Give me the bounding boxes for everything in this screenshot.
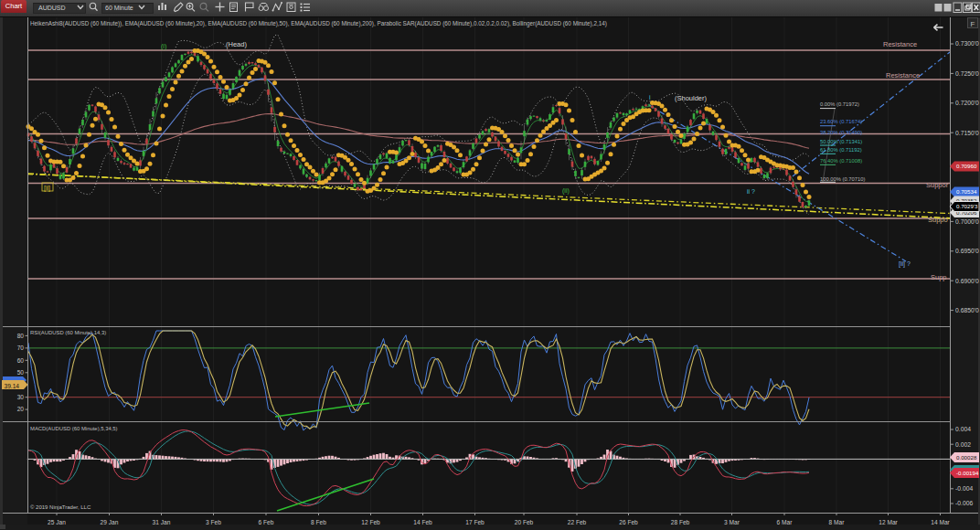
svg-text:© 2019 NinjaTrader, LLC: © 2019 NinjaTrader, LLC xyxy=(30,504,91,510)
svg-text:HeikenAshi8(AUDUSD (60 Minute): HeikenAshi8(AUDUSD (60 Minute)), EMA(AUD… xyxy=(30,20,607,27)
svg-text:ii ?: ii ? xyxy=(747,188,755,195)
svg-text:0.00028: 0.00028 xyxy=(956,454,977,461)
svg-text:12 Feb: 12 Feb xyxy=(361,519,380,525)
svg-text:30: 30 xyxy=(17,394,25,400)
svg-text:[ii]: [ii] xyxy=(44,185,50,192)
svg-text:80: 80 xyxy=(17,333,25,339)
svg-text:22 Feb: 22 Feb xyxy=(568,519,587,525)
svg-text:0.7000'0: 0.7000'0 xyxy=(955,218,979,225)
svg-text:12 Mar: 12 Mar xyxy=(879,519,898,525)
svg-text:14 Feb: 14 Feb xyxy=(413,519,432,525)
svg-text:28 Feb: 28 Feb xyxy=(671,519,690,525)
svg-text:39.14: 39.14 xyxy=(5,383,20,389)
svg-text:8 Feb: 8 Feb xyxy=(311,519,326,525)
svg-text:8 Mar: 8 Mar xyxy=(829,519,846,525)
svg-text:0.00% (0.71972): 0.00% (0.71972) xyxy=(820,101,859,107)
svg-text:61.80% (0.71192): 61.80% (0.71192) xyxy=(820,147,862,153)
svg-text:0.004: 0.004 xyxy=(955,426,971,432)
svg-text:3 Mar: 3 Mar xyxy=(724,519,740,525)
svg-text:-0.004: -0.004 xyxy=(955,485,973,492)
svg-text:6 Mar: 6 Mar xyxy=(777,519,794,525)
svg-text:76.40% (0.71008): 76.40% (0.71008) xyxy=(820,158,862,164)
svg-text:Resistance: Resistance xyxy=(886,71,920,80)
svg-text:(Shoulder): (Shoulder) xyxy=(675,94,708,102)
svg-text:20 Feb: 20 Feb xyxy=(515,519,534,525)
svg-text:60: 60 xyxy=(17,357,25,364)
svg-text:23.60% (0.71674): 23.60% (0.71674) xyxy=(820,119,862,124)
svg-text:0.70534: 0.70534 xyxy=(956,188,977,195)
svg-text:20: 20 xyxy=(17,406,25,412)
svg-text:-0.00194: -0.00194 xyxy=(956,470,979,476)
svg-text:6 Feb: 6 Feb xyxy=(259,519,274,525)
svg-text:(i): (i) xyxy=(161,43,166,50)
svg-text:0.6950'0: 0.6950'0 xyxy=(955,248,979,254)
svg-text:RSI(AUDUSD (60 Minute),14,3): RSI(AUDUSD (60 Minute),14,3) xyxy=(30,330,106,335)
svg-text:Suppo: Suppo xyxy=(928,216,948,224)
svg-text:26 Feb: 26 Feb xyxy=(619,519,638,525)
svg-text:100.00% (0.70710): 100.00% (0.70710) xyxy=(820,176,865,182)
svg-text:0.7200'0: 0.7200'0 xyxy=(955,100,979,106)
svg-text:0.7029'3: 0.7029'3 xyxy=(956,203,978,209)
svg-text:38.20% (0.71490): 38.20% (0.71490) xyxy=(820,130,862,135)
svg-text:0.7300'0: 0.7300'0 xyxy=(955,40,979,47)
svg-text:Supp: Supp xyxy=(931,273,947,281)
svg-text:-0.006: -0.006 xyxy=(955,500,973,506)
svg-text:0.002: 0.002 xyxy=(955,441,971,448)
svg-text:31 Jan: 31 Jan xyxy=(153,519,171,525)
svg-text:0.70960: 0.70960 xyxy=(956,163,977,169)
svg-text:MACD(AUDUSD (60 Minute),5,34,5: MACD(AUDUSD (60 Minute),5,34,5) xyxy=(30,426,118,431)
svg-text:29 Jan: 29 Jan xyxy=(101,519,119,525)
svg-text:(ii): (ii) xyxy=(562,187,570,195)
svg-text:3 Feb: 3 Feb xyxy=(206,519,221,525)
svg-text:17 Feb: 17 Feb xyxy=(465,519,485,525)
svg-text:25 Jan: 25 Jan xyxy=(48,519,66,525)
svg-text:[ii] ?: [ii] ? xyxy=(899,260,911,268)
svg-text:0.7250'0: 0.7250'0 xyxy=(955,70,979,77)
svg-text:50: 50 xyxy=(17,369,25,376)
svg-text:F: F xyxy=(971,20,975,28)
svg-text:Resistance: Resistance xyxy=(883,40,917,48)
svg-text:50.00% (0.71341): 50.00% (0.71341) xyxy=(820,139,862,144)
svg-text:14 Mar: 14 Mar xyxy=(931,519,950,525)
svg-text:0.6900'0: 0.6900'0 xyxy=(955,278,979,284)
svg-text:70: 70 xyxy=(17,344,25,351)
svg-text:0.7150'0: 0.7150'0 xyxy=(955,130,979,136)
svg-text:(Head): (Head) xyxy=(226,40,247,48)
svg-text:Suppor: Suppor xyxy=(926,181,949,189)
svg-text:0.6850'0: 0.6850'0 xyxy=(955,307,979,313)
